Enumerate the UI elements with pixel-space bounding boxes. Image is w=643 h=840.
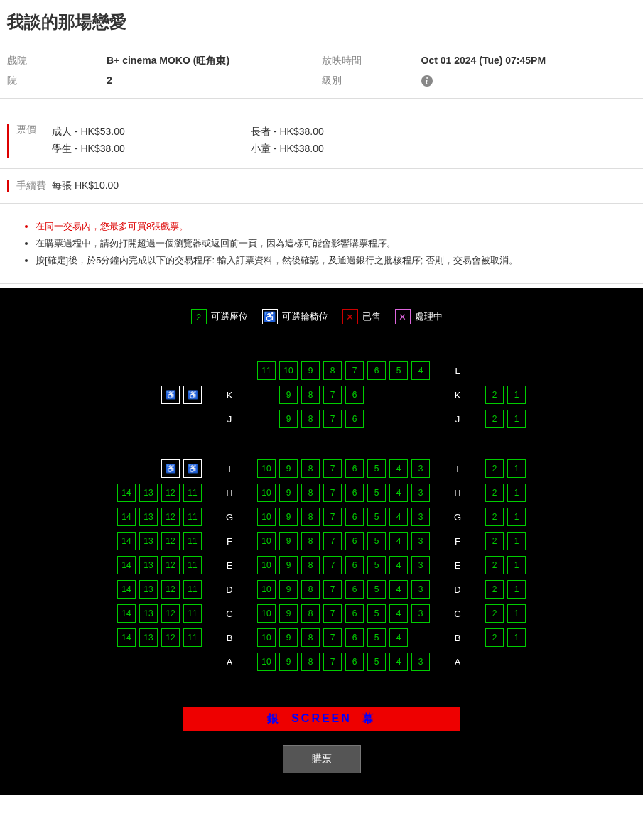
- seat[interactable]: 7: [323, 459, 342, 478]
- seat[interactable]: 5: [389, 361, 408, 380]
- seat[interactable]: 6: [345, 410, 364, 428]
- wheelchair-seat[interactable]: ♿: [183, 459, 202, 478]
- seat[interactable]: 5: [367, 604, 386, 623]
- seat[interactable]: 14: [117, 604, 136, 623]
- seat[interactable]: 2: [485, 410, 504, 428]
- seat[interactable]: 6: [345, 386, 364, 404]
- seat[interactable]: 8: [323, 361, 342, 380]
- seat[interactable]: 8: [301, 508, 320, 526]
- seat[interactable]: 12: [161, 532, 180, 550]
- seat[interactable]: 12: [161, 580, 180, 599]
- seat[interactable]: 9: [279, 410, 298, 428]
- seat[interactable]: 10: [257, 459, 276, 478]
- seat[interactable]: 10: [257, 580, 276, 599]
- seat[interactable]: 10: [257, 604, 276, 623]
- seat[interactable]: 12: [161, 556, 180, 574]
- seat[interactable]: 2: [485, 556, 504, 574]
- seat[interactable]: 8: [301, 410, 320, 428]
- seat[interactable]: 13: [139, 484, 158, 502]
- seat[interactable]: 11: [183, 508, 202, 526]
- seat[interactable]: 3: [411, 484, 430, 502]
- seat[interactable]: 8: [301, 459, 320, 478]
- seat[interactable]: 10: [257, 508, 276, 526]
- seat[interactable]: 9: [279, 386, 298, 404]
- seat[interactable]: 8: [301, 580, 320, 599]
- seat[interactable]: 1: [507, 628, 526, 647]
- seat[interactable]: 3: [411, 653, 430, 671]
- seat[interactable]: 10: [257, 628, 276, 647]
- seat[interactable]: 4: [411, 361, 430, 380]
- seat[interactable]: 6: [345, 556, 364, 574]
- seat[interactable]: 13: [139, 604, 158, 623]
- seat[interactable]: 14: [117, 580, 136, 599]
- seat[interactable]: 7: [323, 653, 342, 671]
- seat[interactable]: 6: [367, 361, 386, 380]
- seat[interactable]: 2: [485, 532, 504, 550]
- seat[interactable]: 3: [411, 580, 430, 599]
- seat[interactable]: 6: [345, 604, 364, 623]
- seat[interactable]: 10: [257, 653, 276, 671]
- seat[interactable]: 10: [257, 532, 276, 550]
- seat[interactable]: 14: [117, 508, 136, 526]
- seat[interactable]: 1: [507, 484, 526, 502]
- seat[interactable]: 1: [507, 532, 526, 550]
- seat[interactable]: 11: [183, 628, 202, 647]
- seat[interactable]: 2: [485, 628, 504, 647]
- seat[interactable]: 7: [323, 484, 342, 502]
- seat[interactable]: 11: [183, 556, 202, 574]
- seat[interactable]: 13: [139, 580, 158, 599]
- seat[interactable]: 7: [345, 361, 364, 380]
- seat[interactable]: 1: [507, 410, 526, 428]
- seat[interactable]: 10: [257, 556, 276, 574]
- seat[interactable]: 3: [411, 459, 430, 478]
- seat[interactable]: 3: [411, 508, 430, 526]
- seat[interactable]: 4: [389, 580, 408, 599]
- seat[interactable]: 14: [117, 628, 136, 647]
- seat[interactable]: 5: [367, 532, 386, 550]
- seat[interactable]: 1: [507, 580, 526, 599]
- seat[interactable]: 11: [183, 604, 202, 623]
- seat[interactable]: 3: [411, 532, 430, 550]
- seat[interactable]: 9: [279, 508, 298, 526]
- seat[interactable]: 7: [323, 410, 342, 428]
- seat[interactable]: 14: [117, 556, 136, 574]
- seat[interactable]: 1: [507, 459, 526, 478]
- seat[interactable]: 4: [389, 604, 408, 623]
- seat[interactable]: 2: [485, 508, 504, 526]
- seat[interactable]: 2: [485, 604, 504, 623]
- seat[interactable]: 9: [279, 653, 298, 671]
- buy-button[interactable]: 購票: [283, 745, 361, 773]
- seat[interactable]: 8: [301, 628, 320, 647]
- seat[interactable]: 3: [411, 604, 430, 623]
- seat[interactable]: 5: [367, 653, 386, 671]
- seat[interactable]: 1: [507, 386, 526, 404]
- seat[interactable]: 7: [323, 532, 342, 550]
- seat[interactable]: 4: [389, 628, 408, 647]
- seat[interactable]: 4: [389, 556, 408, 574]
- seat[interactable]: 5: [367, 628, 386, 647]
- seat[interactable]: 8: [301, 604, 320, 623]
- seat[interactable]: 6: [345, 508, 364, 526]
- wheelchair-seat[interactable]: ♿: [161, 386, 180, 404]
- seat[interactable]: 7: [323, 628, 342, 647]
- seat[interactable]: 2: [485, 459, 504, 478]
- seat[interactable]: 6: [345, 532, 364, 550]
- seat[interactable]: 10: [279, 361, 298, 380]
- seat[interactable]: 9: [279, 580, 298, 599]
- seat[interactable]: 11: [183, 532, 202, 550]
- seat[interactable]: 9: [279, 556, 298, 574]
- seat[interactable]: 13: [139, 628, 158, 647]
- seat[interactable]: 12: [161, 508, 180, 526]
- seat[interactable]: 9: [279, 484, 298, 502]
- seat[interactable]: 5: [367, 484, 386, 502]
- seat[interactable]: 11: [183, 484, 202, 502]
- seat[interactable]: 8: [301, 386, 320, 404]
- seat[interactable]: 9: [279, 532, 298, 550]
- seat[interactable]: 4: [389, 532, 408, 550]
- seat[interactable]: 13: [139, 508, 158, 526]
- seat[interactable]: 13: [139, 556, 158, 574]
- seat[interactable]: 9: [279, 628, 298, 647]
- seat[interactable]: 10: [257, 484, 276, 502]
- seat[interactable]: 8: [301, 484, 320, 502]
- seat[interactable]: 7: [323, 508, 342, 526]
